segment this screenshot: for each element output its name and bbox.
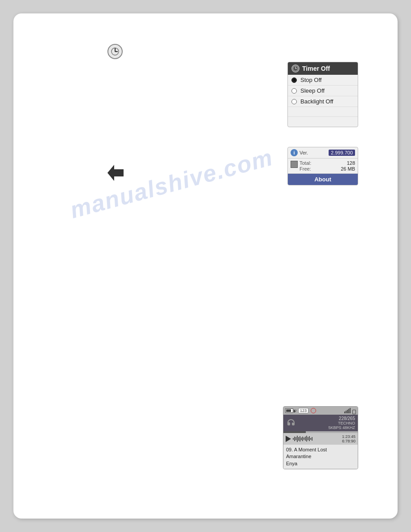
watermark: manualshive.com — [67, 144, 276, 224]
info-icon: i — [291, 149, 298, 156]
lock-icon — [352, 410, 356, 414]
artist-name: Enya — [286, 460, 355, 467]
timer-empty-2 — [288, 117, 358, 127]
memory-values: 128 26 MB — [341, 160, 355, 172]
ver-label: Ver. — [300, 150, 308, 155]
alarm-icon — [311, 408, 316, 413]
free-value: 26 MB — [341, 166, 355, 172]
svg-marker-6 — [107, 165, 124, 181]
timer-header: Timer Off — [288, 62, 358, 75]
timer-stop-label: Stop Off — [300, 77, 321, 83]
clock-icon-container — [107, 44, 123, 59]
back-arrow-icon[interactable] — [107, 165, 124, 181]
timer-header-label: Timer Off — [302, 65, 330, 72]
track-num-badge: 123 — [298, 408, 308, 413]
time-current: 1:23:45 — [342, 434, 355, 439]
free-label: Free: — [300, 166, 311, 172]
total-label: Total: — [300, 160, 311, 166]
player-controls-row: 1:23:45 6:78:90 — [283, 433, 358, 445]
back-icon-container[interactable] — [107, 165, 124, 183]
track-details: 228/265 TECHNO 5KBPS 48KHZ — [296, 416, 355, 430]
player-widget: ♪ 123 228/265 TECHNO — [283, 406, 358, 469]
ver-value: 2.999.700 — [329, 150, 355, 156]
player-status-bar: ♪ 123 — [283, 407, 358, 415]
timer-row-sleep[interactable]: Sleep Off — [288, 86, 358, 96]
timer-clock-icon — [291, 64, 300, 73]
about-panel: i Ver. 2.999.700 Total: Free: 128 26 MB … — [287, 147, 358, 185]
battery-icon — [285, 408, 293, 413]
radio-stop[interactable] — [291, 77, 297, 83]
version-row: i Ver. 2.999.700 — [288, 147, 358, 159]
headphone-icon — [286, 418, 296, 428]
timer-backlight-label: Backlight Off — [300, 98, 333, 105]
player-song-info: 09. A Moment Lost Amarantine Enya — [283, 445, 358, 469]
timer-sleep-label: Sleep Off — [300, 87, 325, 94]
timer-panel: Timer Off Stop Off Sleep Off Backlight O… — [287, 62, 358, 127]
about-header: About — [288, 174, 358, 185]
memory-labels: Total: Free: — [300, 160, 311, 172]
clock-icon — [107, 44, 123, 59]
track-format: TECHNO — [296, 421, 355, 425]
memory-icon — [291, 161, 298, 168]
timer-empty-1 — [288, 107, 358, 117]
track-num-text: 228/265 — [296, 416, 355, 421]
radio-backlight[interactable] — [291, 99, 297, 104]
album-name: Amarantine — [286, 453, 355, 460]
player-track-info: 228/265 TECHNO 5KBPS 48KHZ — [283, 415, 358, 431]
play-button[interactable] — [286, 436, 291, 442]
timer-row-backlight[interactable]: Backlight Off — [288, 96, 358, 107]
radio-sleep[interactable] — [291, 88, 297, 94]
total-value: 128 — [347, 160, 355, 166]
time-total: 6:78:90 — [342, 439, 355, 443]
signal-icon — [344, 408, 356, 413]
timer-row-stop[interactable]: Stop Off — [288, 75, 358, 86]
track-bitrate: 5KBPS 48KHZ — [296, 425, 355, 430]
song-title: 09. A Moment Lost — [286, 446, 355, 453]
main-container: manualshive.com Timer Off Stop Of — [13, 13, 398, 519]
time-display: 1:23:45 6:78:90 — [342, 434, 355, 443]
memory-row: Total: Free: 128 26 MB — [288, 159, 358, 174]
svg-point-0 — [111, 48, 119, 55]
waveform — [293, 435, 340, 443]
